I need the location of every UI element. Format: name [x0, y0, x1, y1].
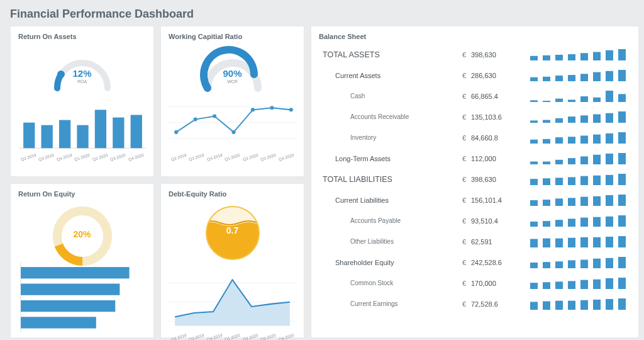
svg-rect-109 — [593, 237, 601, 247]
balance-row-currency: € — [457, 176, 471, 183]
balance-row: Current Liabilities€156,101.4 — [319, 190, 631, 210]
svg-rect-45 — [593, 72, 601, 81]
svg-rect-51 — [568, 99, 575, 102]
svg-rect-64 — [530, 139, 538, 143]
x-label: Q3 2020 — [259, 332, 277, 340]
liquid-der-value: 0.7 — [201, 225, 264, 235]
x-label: Q1 2020 — [223, 152, 242, 162]
svg-rect-65 — [543, 139, 550, 143]
svg-rect-63 — [618, 111, 626, 123]
line-wcr-xlabels: Q2 2019Q3 2019Q4 2019Q1 2020Q2 2020Q3 20… — [169, 154, 296, 159]
x-label: Q4 2019 — [205, 332, 223, 340]
svg-rect-123 — [568, 281, 575, 289]
balance-row-value: 135,103.6 — [471, 113, 521, 121]
balance-row-value: 398,630 — [471, 176, 521, 183]
balance-row: Shareholder Equity€242,528.6 — [319, 252, 631, 273]
svg-rect-4 — [59, 120, 70, 149]
balance-row-value: 72,528.6 — [471, 300, 521, 308]
svg-rect-33 — [543, 55, 550, 60]
svg-rect-93 — [593, 196, 601, 205]
svg-rect-76 — [580, 156, 588, 164]
balance-row: Other Liabilities€62,591 — [319, 231, 631, 252]
balance-row: Accounts Receivable€135,103.6 — [319, 106, 631, 127]
x-label: Q1 2020 — [223, 332, 242, 340]
svg-rect-103 — [618, 215, 626, 227]
svg-rect-42 — [555, 76, 563, 81]
svg-rect-120 — [530, 283, 538, 289]
svg-rect-87 — [618, 174, 626, 185]
dashboard-grid: Return On Assets 12% ROA — [10, 26, 634, 338]
balance-row-value: 112,000 — [471, 155, 521, 162]
x-label: Q4 2020 — [126, 152, 145, 162]
x-label: Q4 2019 — [205, 152, 223, 162]
svg-rect-66 — [555, 137, 563, 144]
svg-rect-62 — [606, 113, 613, 122]
svg-rect-133 — [593, 299, 601, 309]
card-roa-title: Return On Assets — [18, 33, 146, 40]
page-title: Financial Performance Dashboard — [10, 8, 634, 21]
balance-row-currency: € — [457, 51, 471, 59]
balance-row-sparkline — [521, 152, 631, 166]
svg-point-12 — [174, 130, 178, 134]
svg-rect-39 — [618, 49, 626, 60]
x-label: Q3 2019 — [37, 152, 55, 162]
svg-rect-46 — [606, 71, 613, 81]
balance-row-value: 66,865.4 — [471, 93, 521, 100]
balance-row-currency: € — [457, 155, 471, 162]
svg-rect-92 — [580, 196, 588, 205]
svg-rect-67 — [568, 137, 575, 144]
balance-row-sparkline — [521, 214, 631, 228]
balance-row-currency: € — [457, 113, 471, 121]
svg-rect-83 — [568, 177, 575, 185]
svg-rect-82 — [555, 178, 563, 185]
x-label: Q3 2020 — [259, 152, 277, 162]
x-label: Q3 2019 — [187, 152, 206, 162]
svg-rect-57 — [543, 120, 550, 123]
balance-row: Cash€66,865.4 — [319, 86, 631, 106]
svg-rect-55 — [618, 94, 626, 102]
svg-rect-48 — [530, 100, 538, 102]
svg-rect-36 — [580, 53, 588, 60]
area-der: Q2 2019Q3 2019Q4 2019Q1 2020Q2 2020Q3 20… — [169, 267, 296, 339]
svg-rect-125 — [593, 279, 601, 288]
svg-rect-110 — [606, 236, 613, 247]
x-label: Q3 2019 — [187, 332, 206, 340]
svg-rect-95 — [618, 195, 626, 206]
svg-rect-22 — [21, 284, 119, 295]
bars-roa-xlabels: Q2 2019Q3 2019Q4 2019Q1 2020Q2 2020Q3 20… — [18, 154, 146, 159]
gauge-roa-value: 12% — [45, 68, 120, 79]
balance-row-currency: € — [457, 300, 471, 308]
svg-rect-89 — [543, 200, 550, 206]
svg-rect-98 — [555, 220, 563, 227]
svg-rect-2 — [23, 123, 35, 149]
svg-rect-128 — [530, 302, 538, 310]
svg-rect-115 — [568, 260, 575, 268]
svg-rect-100 — [580, 217, 588, 226]
svg-rect-130 — [555, 300, 563, 309]
svg-rect-53 — [593, 97, 601, 101]
x-label: Q4 2019 — [55, 152, 73, 162]
svg-rect-70 — [606, 133, 613, 143]
balance-row-currency: € — [457, 259, 471, 266]
balance-row-currency: € — [457, 134, 471, 142]
svg-rect-80 — [530, 179, 538, 185]
balance-row-name: Long-Term Assets — [319, 155, 457, 162]
svg-marker-31 — [175, 280, 290, 326]
svg-rect-34 — [555, 55, 563, 60]
svg-rect-8 — [131, 115, 142, 148]
balance-row-name: Inventory — [319, 134, 457, 141]
svg-rect-69 — [593, 134, 601, 143]
x-label: Q2 2019 — [170, 332, 188, 340]
hbars-roe — [18, 262, 146, 335]
liquid-der: 0.7 — [201, 201, 264, 264]
x-label: Q1 2020 — [73, 152, 91, 162]
area-der-xlabels: Q2 2019Q3 2019Q4 2019Q1 2020Q2 2020Q3 20… — [169, 334, 296, 339]
balance-row-currency: € — [457, 196, 471, 204]
balance-row: Common Stock€170,000 — [319, 273, 631, 293]
balance-row-value: 156,101.4 — [471, 196, 521, 204]
svg-rect-96 — [530, 221, 538, 226]
balance-row: TOTAL LIABILITIES€398,630 — [319, 169, 631, 190]
balance-row-name: TOTAL ASSETS — [319, 50, 457, 59]
x-label: Q2 2019 — [19, 152, 38, 162]
svg-rect-105 — [543, 238, 550, 247]
